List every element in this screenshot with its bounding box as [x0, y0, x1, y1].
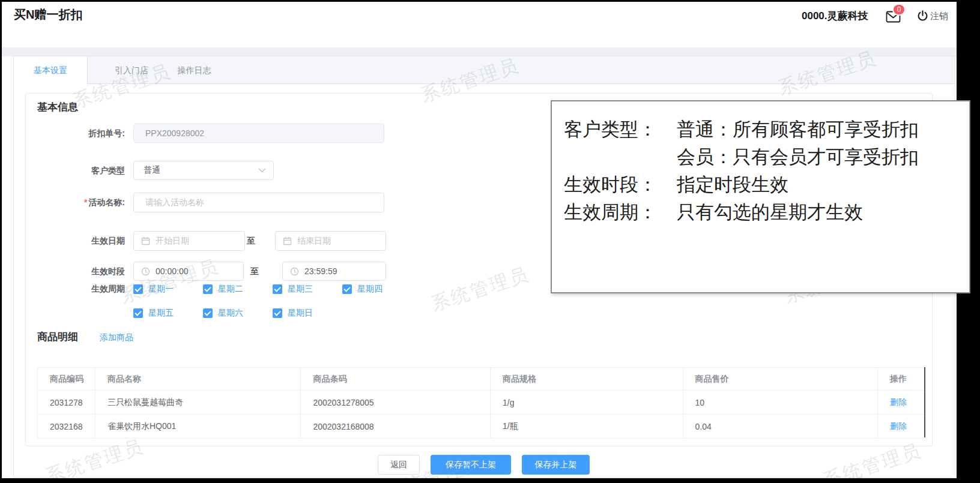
delete-row-link[interactable]: 删除	[890, 421, 907, 432]
products-table: 商品编码 商品名称 商品条码 商品规格 商品售价 操作 2031278 三只松鼠…	[37, 367, 925, 439]
effective-week-label: 生效周期	[50, 284, 125, 293]
cell-product-spec: 1/瓶	[491, 415, 683, 438]
cell-product-code: 2031278	[38, 391, 95, 414]
cell-product-barcode: 2002031278005	[301, 391, 491, 414]
weekday-checkbox-sat[interactable]: 星期六	[203, 308, 243, 319]
footer-actions: 返回 保存暂不上架 保存并上架	[13, 455, 954, 475]
tooltip-line-customer-type: 客户类型： 普通：所有顾客都可享受折扣	[564, 116, 969, 143]
col-header-product-code: 商品编码	[38, 368, 95, 390]
clock-icon	[141, 267, 150, 276]
start-time-value: 00:00:00	[156, 266, 189, 276]
back-button[interactable]: 返回	[378, 455, 420, 475]
customer-type-select[interactable]: 普通	[133, 161, 274, 180]
section-title-basic-info: 基本信息	[37, 100, 78, 114]
table-row: 2032168 雀巢饮用水HQ001 2002032168008 1/瓶 0.0…	[38, 414, 925, 438]
page-title: 买N赠一折扣	[14, 7, 82, 23]
tooltip-line-member: 会员：只有会员才可享受折扣	[564, 143, 969, 171]
customer-type-label: 客户类型	[50, 161, 125, 180]
activity-name-label: *活动名称:	[50, 193, 125, 212]
table-header-row: 商品编码 商品名称 商品条码 商品规格 商品售价 操作	[38, 368, 925, 390]
discount-no-value: PPX200928002	[145, 128, 204, 138]
discount-no-label: 折扣单号:	[50, 124, 125, 143]
cell-product-price: 10	[683, 391, 879, 414]
tab-bar: 基本设置 引入门店 操作日志	[14, 56, 955, 84]
weekday-checkbox-wed[interactable]: 星期三	[273, 284, 313, 295]
activity-name-input[interactable]: 请输入活动名称	[133, 193, 384, 212]
end-time-value: 23:59:59	[304, 266, 337, 276]
end-date-input[interactable]: 结束日期	[275, 231, 386, 251]
section-title-products: 商品明细	[37, 330, 78, 344]
cell-product-name: 雀巢饮用水HQ001	[95, 415, 301, 438]
effective-time-label: 生效时段	[50, 262, 125, 281]
checkbox-checked-icon	[342, 284, 352, 294]
calendar-icon	[141, 236, 150, 245]
discount-no-input: PPX200928002	[133, 124, 384, 143]
clock-icon	[290, 267, 299, 276]
end-time-input[interactable]: 23:59:59	[282, 262, 386, 281]
col-header-actions: 操作	[878, 368, 925, 390]
cell-product-price: 0.04	[683, 415, 879, 438]
required-asterisk: *	[84, 197, 87, 207]
tooltip-line-effective-time: 生效时段： 指定时段生效	[564, 171, 969, 199]
cell-product-name: 三只松鼠蔓越莓曲奇	[95, 391, 301, 414]
col-header-product-name: 商品名称	[95, 368, 301, 390]
company-name: 0000.灵蕨科技	[802, 9, 868, 23]
logout-button[interactable]: 注销	[930, 11, 948, 22]
calendar-icon	[283, 236, 292, 245]
weekday-checkbox-fri[interactable]: 星期五	[133, 308, 174, 319]
start-date-placeholder: 开始日期	[156, 236, 189, 247]
cell-product-spec: 1/g	[491, 391, 683, 414]
start-date-input[interactable]: 开始日期	[133, 231, 245, 251]
checkbox-checked-icon	[203, 308, 213, 318]
help-tooltip: 客户类型： 普通：所有顾客都可享受折扣 会员：只有会员才可享受折扣 生效时段： …	[551, 100, 970, 293]
activity-name-placeholder: 请输入活动名称	[145, 197, 204, 208]
effective-date-label: 生效日期	[50, 231, 125, 250]
time-to-separator: 至	[250, 262, 259, 281]
add-product-link[interactable]: 添加商品	[100, 332, 133, 343]
checkbox-checked-icon	[133, 308, 143, 318]
col-header-product-spec: 商品规格	[491, 368, 683, 390]
date-to-separator: 至	[247, 231, 255, 251]
cell-product-barcode: 2002032168008	[301, 415, 491, 438]
weekday-checkbox-mon[interactable]: 星期一	[133, 284, 174, 295]
col-header-product-price: 商品售价	[683, 368, 879, 390]
cell-product-code: 2032168	[38, 415, 95, 438]
message-count-badge: 0	[892, 4, 906, 16]
chevron-down-icon	[258, 168, 266, 173]
weekday-checkbox-tue[interactable]: 星期二	[203, 284, 243, 295]
customer-type-value: 普通	[144, 165, 160, 176]
checkbox-checked-icon	[203, 284, 213, 294]
save-offline-button[interactable]: 保存暂不上架	[431, 455, 511, 475]
save-publish-button[interactable]: 保存并上架	[522, 455, 590, 475]
checkbox-checked-icon	[273, 284, 282, 294]
weekday-checkbox-thu[interactable]: 星期四	[342, 284, 383, 295]
col-header-product-barcode: 商品条码	[301, 368, 491, 390]
table-fixed-column-divider	[924, 367, 925, 437]
checkbox-checked-icon	[273, 308, 282, 318]
end-date-placeholder: 结束日期	[297, 236, 331, 247]
tab-import-stores[interactable]: 引入门店	[103, 56, 160, 84]
delete-row-link[interactable]: 删除	[890, 397, 907, 408]
start-time-input[interactable]: 00:00:00	[133, 262, 244, 281]
header-divider	[2, 47, 957, 56]
tab-basic-settings[interactable]: 基本设置	[14, 56, 88, 84]
tab-operation-log[interactable]: 操作日志	[165, 56, 223, 84]
power-icon[interactable]	[916, 10, 929, 22]
checkbox-checked-icon	[133, 284, 143, 294]
table-row: 2031278 三只松鼠蔓越莓曲奇 2002031278005 1/g 10 删…	[38, 390, 925, 414]
tooltip-line-effective-week: 生效周期： 只有勾选的星期才生效	[564, 199, 969, 226]
weekday-checkbox-sun[interactable]: 星期日	[273, 308, 313, 319]
